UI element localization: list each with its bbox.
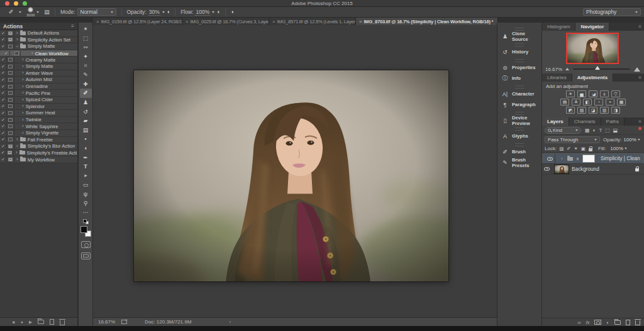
layer-visibility-cell[interactable]	[542, 164, 552, 174]
play-action-button[interactable]	[29, 320, 32, 325]
zoom-in-icon[interactable]	[634, 67, 640, 72]
layer-blend-mode-select[interactable]: Pass Through	[545, 136, 600, 143]
zoom-level-field[interactable]: 16.67%	[98, 319, 115, 325]
filter-on-toggle[interactable]	[638, 127, 641, 130]
action-enabled-check-icon[interactable]: ✓	[0, 143, 7, 149]
close-tab-icon[interactable]	[359, 19, 362, 24]
current-tool-icon[interactable]	[5, 8, 17, 17]
action-dialog-toggle[interactable]	[7, 110, 14, 116]
action-row[interactable]: ✓ Simply Matte	[0, 43, 77, 50]
layer-filter-kind-select[interactable]: Kind	[545, 127, 581, 134]
expand-chevron-icon[interactable]	[16, 144, 18, 148]
action-dialog-toggle[interactable]	[7, 117, 14, 123]
spot-healing-brush-tool[interactable]	[80, 80, 92, 89]
action-enabled-check-icon[interactable]: ✓	[0, 37, 7, 43]
brush-preset-chevron-icon[interactable]	[36, 11, 39, 13]
expand-chevron-icon[interactable]	[22, 58, 24, 62]
action-dialog-toggle[interactable]	[6, 150, 13, 156]
adjustment-curves[interactable]	[589, 90, 597, 97]
tab-histogram[interactable]: Histogram	[542, 23, 575, 31]
layer-row-background[interactable]: Background	[542, 164, 644, 175]
link-layers-button[interactable]	[577, 320, 580, 325]
tab-channels[interactable]: Channels	[569, 117, 601, 126]
action-row[interactable]: ✓ Spiced Cider	[0, 97, 77, 104]
action-enabled-check-icon[interactable]: ✓	[0, 84, 7, 90]
document-tab[interactable]: IMG_0025.tif @ 16.7% (Curves 3, Layer ..…	[182, 18, 269, 25]
tab-paths[interactable]: Paths	[601, 117, 625, 126]
filter-smart-objects-icon[interactable]	[613, 128, 618, 133]
action-enabled-check-icon[interactable]: ✓	[0, 43, 7, 50]
zoom-tool[interactable]	[80, 198, 92, 208]
document-image[interactable]	[134, 70, 448, 281]
smoothing-icon[interactable]	[231, 9, 234, 15]
navigator-proxy-view[interactable]	[566, 33, 619, 64]
action-row[interactable]: ✓ Amber Wave	[0, 70, 77, 77]
action-enabled-check-icon[interactable]: ✓	[0, 137, 7, 143]
blur-tool[interactable]	[80, 134, 92, 144]
new-action-set-button[interactable]	[38, 320, 44, 324]
action-dialog-toggle[interactable]	[7, 90, 14, 96]
delete-layer-button[interactable]	[635, 320, 640, 325]
expand-chevron-icon[interactable]	[16, 158, 18, 161]
color-swatches[interactable]	[80, 226, 91, 237]
action-enabled-check-icon[interactable]: ✓	[0, 63, 7, 70]
workspace-select[interactable]: Photography	[583, 8, 641, 16]
stop-recording-button[interactable]	[13, 320, 15, 324]
panel-menu-icon[interactable]	[638, 23, 641, 31]
action-row[interactable]: ✓ Simplicity's Blur Action	[0, 143, 77, 150]
expand-chevron-icon[interactable]	[16, 138, 18, 141]
airbrush-pressure-icon[interactable]	[167, 9, 170, 15]
action-enabled-check-icon[interactable]: ✓	[0, 70, 7, 77]
lock-image-pixels-icon[interactable]	[567, 146, 570, 151]
action-row[interactable]: ✓ Fall Freebie	[0, 137, 77, 144]
new-group-button[interactable]	[614, 320, 621, 325]
layer-name[interactable]: Background	[572, 166, 599, 172]
group-expand-chevron-icon[interactable]	[561, 157, 563, 161]
action-dialog-toggle[interactable]	[7, 77, 14, 83]
panel-menu-icon[interactable]	[638, 73, 641, 82]
brush-preset-picker[interactable]: 3000	[26, 7, 39, 17]
action-enabled-check-icon[interactable]: ✓	[0, 130, 7, 136]
adjustment-selective-color[interactable]	[611, 107, 620, 114]
document-tab[interactable]: IMG_0159.tif @ 12.5% (Layer 24, RGB/1...	[93, 18, 182, 25]
filter-shape-layers-icon[interactable]	[605, 128, 610, 133]
add-layer-mask-button[interactable]	[594, 320, 601, 325]
crop-tool[interactable]	[80, 61, 92, 70]
action-row[interactable]: ✓ Simply Matte	[0, 63, 77, 70]
action-dialog-toggle[interactable]	[7, 30, 14, 36]
panel-button-brush-presets[interactable]: Brush Presets	[497, 157, 541, 168]
expand-chevron-icon[interactable]	[22, 85, 24, 89]
group-mask-thumbnail[interactable]	[582, 155, 595, 163]
new-layer-button[interactable]	[626, 320, 630, 325]
adjustment-vibrance[interactable]	[611, 90, 620, 97]
action-enabled-check-icon[interactable]: ✓	[0, 104, 7, 110]
toggle-brush-panel-icon[interactable]	[44, 9, 50, 15]
expand-chevron-icon[interactable]	[15, 46, 19, 48]
action-dialog-toggle[interactable]	[7, 57, 14, 63]
mask-link-icon[interactable]: 8	[577, 157, 579, 161]
quick-selection-tool[interactable]	[80, 52, 92, 62]
tab-layers[interactable]: Layers	[542, 117, 569, 126]
eye-icon[interactable]	[544, 167, 550, 171]
adjustment-channel-mixer[interactable]	[606, 99, 614, 106]
panel-button-device-preview[interactable]: Device Preview	[497, 115, 541, 126]
layer-style-button[interactable]	[586, 320, 590, 325]
panel-button-brush[interactable]: Brush	[497, 146, 541, 157]
close-tab-icon[interactable]	[186, 19, 188, 24]
pen-tool[interactable]	[80, 153, 92, 162]
blend-mode-select[interactable]: Normal	[77, 8, 116, 16]
expand-chevron-icon[interactable]	[16, 38, 18, 41]
expand-chevron-icon[interactable]	[22, 124, 24, 128]
expand-chevron-icon[interactable]	[22, 104, 24, 108]
action-dialog-toggle[interactable]	[7, 84, 14, 90]
action-row[interactable]: ✓ Clean Workflow	[0, 50, 77, 57]
opacity-chevron-icon[interactable]	[162, 11, 165, 13]
action-enabled-check-icon[interactable]: ✓	[0, 57, 7, 63]
lasso-tool[interactable]	[80, 43, 92, 52]
eye-icon[interactable]	[547, 157, 553, 161]
adjustment-color-balance[interactable]	[572, 99, 580, 106]
panel-button-character[interactable]: Character	[497, 89, 541, 99]
action-enabled-check-icon[interactable]: ✓	[0, 30, 7, 36]
adjustment-color-lookup[interactable]	[617, 99, 626, 106]
lock-artboard-icon[interactable]	[581, 146, 586, 151]
